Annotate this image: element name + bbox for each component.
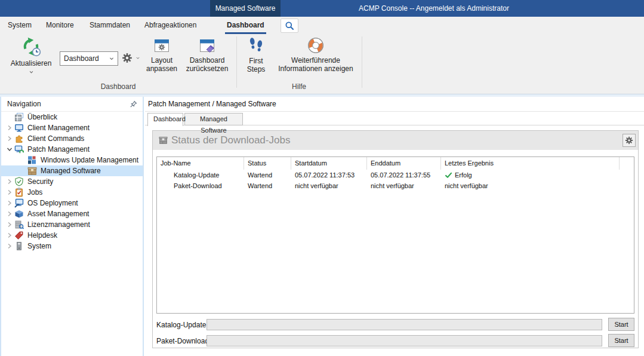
menu-item-monitore[interactable]: Monitore [46, 17, 74, 34]
chevron-right-icon[interactable] [5, 241, 14, 251]
dashboard-zuruecksetzen-label: Dashboard zurücksetzen [180, 56, 234, 73]
sidebar-item-asset-management[interactable]: Asset Management [1, 208, 143, 219]
jobs-table[interactable]: Job-Name Status Startdatum Enddatum Letz… [156, 156, 634, 314]
ribbon-divider [362, 36, 362, 88]
sidebar-item-client-commands[interactable]: Client Commands [1, 133, 143, 144]
chevron-down-icon [108, 55, 115, 62]
sidebar-item-os-deployment[interactable]: OS Deployment [1, 198, 143, 208]
chevron-placeholder [5, 112, 14, 122]
dashboard-settings-dropdown[interactable] [122, 53, 141, 63]
table-row[interactable]: Paket-Download Wartend nicht verfügbar n… [157, 180, 634, 191]
helpdesk-icon [14, 231, 24, 240]
titlebar-tab-managed-software[interactable]: Managed Software [210, 0, 281, 17]
column-header-letztes-ergebnis[interactable]: Letztes Ergebnis [441, 157, 620, 170]
menu-item-dashboard[interactable]: Dashboard [225, 17, 266, 34]
table-row[interactable]: Katalog-Update Wartend 05.07.2022 11:37:… [157, 170, 634, 180]
cell-enddatum: 05.07.2022 11:37:55 [367, 171, 441, 179]
sidebar-item-patch-management[interactable]: Patch Management [1, 144, 143, 155]
chevron-right-icon[interactable] [5, 220, 14, 229]
column-header-startdatum[interactable]: Startdatum [291, 157, 367, 170]
sidebar-item-jobs[interactable]: Jobs [1, 187, 143, 198]
weiterfuehrende-informationen-label: Weiterführende Informationen anzeigen [272, 56, 359, 73]
column-header-status[interactable]: Status [244, 157, 291, 170]
sidebar-item-system[interactable]: System [1, 241, 143, 251]
chevron-right-icon[interactable] [5, 134, 14, 143]
search-button[interactable] [281, 19, 298, 33]
katalog-update-start-button[interactable]: Start [608, 318, 634, 331]
chevron-placeholder [18, 155, 27, 165]
tab-dashboard[interactable]: Dashboard [147, 113, 183, 126]
sidebar-item-ueberblick[interactable]: Überblick [1, 112, 143, 122]
navigation-title: Navigation [7, 97, 41, 112]
cell-startdatum: nicht verfügbar [291, 182, 367, 189]
pin-icon[interactable] [129, 100, 138, 109]
gear-icon [122, 53, 133, 63]
chevron-down-icon [28, 69, 35, 75]
tab-bar: Dashboard Managed Software [145, 112, 644, 125]
chevron-down-icon [135, 55, 141, 61]
cell-job-name: Katalog-Update [157, 171, 244, 179]
security-icon [14, 177, 24, 186]
window-title: ACMP Console -- Angemeldet als Administr… [359, 0, 509, 17]
breadcrumb: Patch Management / Managed Software [145, 97, 644, 112]
cell-job-name: Paket-Download [157, 182, 244, 189]
cell-status: Wartend [244, 182, 291, 189]
chevron-right-icon[interactable] [5, 198, 14, 208]
sidebar-item-security[interactable]: Security [1, 176, 143, 187]
column-header-enddatum[interactable]: Enddatum [367, 157, 441, 170]
chevron-down-icon[interactable] [5, 145, 14, 154]
layout-anpassen-button[interactable]: Layout anpassen [143, 36, 180, 73]
sidebar-item-client-management[interactable]: Client Management [1, 122, 143, 133]
menu-item-system[interactable]: System [8, 17, 32, 34]
ribbon-group-hilfe: Hilfe [236, 82, 362, 91]
window-eraser-icon [199, 38, 215, 54]
weiterfuehrende-informationen-button[interactable]: Weiterführende Informationen anzeigen [272, 36, 359, 73]
system-icon [14, 241, 24, 251]
cell-letztes-ergebnis: Erfolg [441, 171, 620, 179]
chevron-right-icon[interactable] [5, 188, 14, 197]
menu-item-abfrageaktionen[interactable]: Abfrageaktionen [144, 17, 196, 34]
search-icon [285, 21, 294, 30]
panel-settings-button[interactable] [623, 134, 636, 147]
window-gear-icon [153, 38, 170, 54]
navigation-panel: Navigation Überblick Client Management C… [0, 97, 144, 356]
navigation-header: Navigation [1, 97, 143, 112]
sidebar-item-helpdesk[interactable]: Helpdesk [1, 230, 143, 241]
sidebar-item-managed-software[interactable]: Managed Software [1, 165, 143, 176]
layout-anpassen-label: Layout anpassen [143, 56, 180, 73]
ribbon: Aktualisieren Dashboard Layout anpassen … [0, 34, 644, 94]
first-steps-button[interactable]: First Steps [240, 36, 272, 73]
windows-update-icon [27, 155, 37, 165]
cell-enddatum: nicht verfügbar [367, 182, 441, 189]
refresh-label: Aktualisieren [11, 59, 52, 67]
sidebar-item-windows-update-management[interactable]: Windows Update Management [1, 155, 143, 165]
managed-software-icon [27, 166, 37, 176]
asset-management-icon [14, 209, 24, 219]
life-ring-icon [307, 36, 325, 54]
dashboard-combobox[interactable]: Dashboard [60, 51, 118, 66]
column-header-filler [620, 157, 634, 170]
title-bar: Managed Software ACMP Console -- Angemel… [0, 0, 644, 17]
chevron-right-icon[interactable] [5, 231, 14, 240]
chevron-right-icon[interactable] [5, 209, 14, 219]
chevron-right-icon[interactable] [5, 177, 14, 186]
ribbon-group-dashboard: Dashboard [0, 82, 236, 91]
ribbon-divider [236, 36, 237, 88]
paket-download-start-button[interactable]: Start [608, 334, 634, 347]
dashboard-zuruecksetzen-button[interactable]: Dashboard zurücksetzen [180, 36, 234, 73]
cell-startdatum: 05.07.2022 11:37:53 [291, 171, 367, 179]
overview-icon [14, 112, 24, 122]
patch-management-icon [14, 145, 24, 154]
katalog-update-label: Katalog-Update [156, 321, 206, 329]
download-jobs-panel: Status der Download-Jobs Job-Name Status… [152, 130, 639, 348]
footprints-icon [247, 36, 265, 55]
menu-item-stammdaten[interactable]: Stammdaten [90, 17, 130, 34]
sidebar-item-lizenzmanagement[interactable]: Lizenzmanagement [1, 219, 143, 230]
check-icon [445, 171, 452, 179]
tab-managed-software[interactable]: Managed Software [184, 113, 243, 125]
client-commands-icon [14, 134, 24, 143]
content-area: Patch Management / Managed Software Dash… [145, 97, 644, 356]
refresh-button[interactable]: Aktualisieren [5, 36, 57, 75]
column-header-job-name[interactable]: Job-Name [157, 157, 244, 170]
chevron-right-icon[interactable] [5, 123, 14, 133]
